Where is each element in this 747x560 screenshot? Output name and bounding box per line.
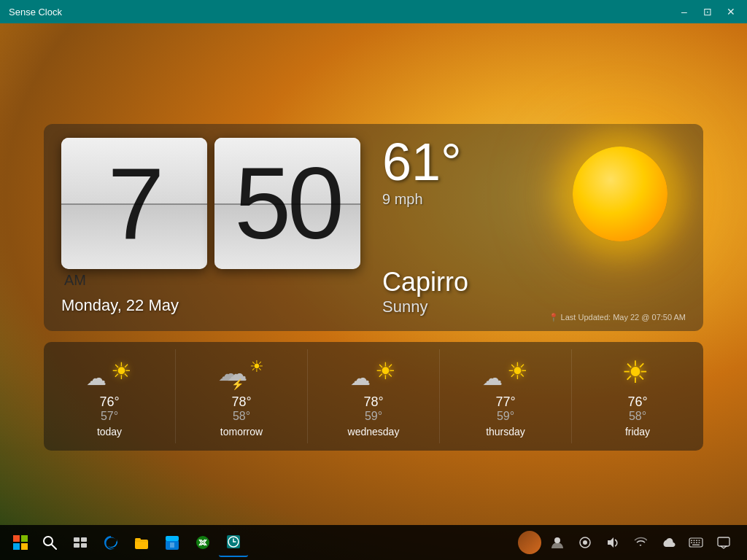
sun-graphic xyxy=(554,136,686,252)
taskbar xyxy=(0,525,747,560)
taskbar-cloud[interactable] xyxy=(657,531,680,554)
svg-rect-27 xyxy=(696,542,697,544)
titlebar: Sense Clock – ⊡ ✕ xyxy=(0,0,747,23)
taskbar-keyboard[interactable] xyxy=(684,531,708,554)
svg-rect-9 xyxy=(166,536,179,541)
start-square-1 xyxy=(13,535,20,542)
weather-section: 61° 9 mph Capirro Sunny 📍 Last Updated: … xyxy=(360,136,686,316)
forecast-low-thursday: 59° xyxy=(495,410,515,423)
svg-rect-21 xyxy=(691,540,692,542)
svg-point-18 xyxy=(583,540,587,545)
forecast-temps-tomorrow: 78° 58° xyxy=(231,394,251,423)
minute-card-top: 50 xyxy=(214,138,360,203)
taskbar-edge[interactable] xyxy=(96,528,125,557)
user-avatar xyxy=(518,531,541,554)
svg-rect-3 xyxy=(81,537,87,542)
svg-rect-30 xyxy=(718,537,729,546)
forecast-low-tomorrow: 58° xyxy=(231,410,251,423)
start-square-2 xyxy=(21,535,28,542)
forecast-icon-tomorrow: ☀ ☁ ☁ ⚡ xyxy=(216,355,267,392)
forecast-low-wednesday: 59° xyxy=(363,410,383,423)
city-name: Capirro xyxy=(382,267,686,298)
taskbar-avatar[interactable] xyxy=(518,531,541,554)
taskbar-xbox[interactable] xyxy=(188,528,217,557)
flip-clock: 7 7 50 50 xyxy=(61,138,360,269)
forecast-bar: ☀ ☁ 76° 57° today ☀ ☁ ☁ ⚡ 78° 58° tomorr… xyxy=(44,342,703,451)
maximize-button[interactable]: ⊡ xyxy=(700,4,715,19)
minute-bottom-number: 50 xyxy=(234,203,341,254)
svg-point-0 xyxy=(44,537,53,545)
taskbar-explorer[interactable] xyxy=(127,528,156,557)
forecast-icon-wednesday: ☀ ☁ xyxy=(348,355,399,392)
taskbar-network[interactable] xyxy=(629,531,652,554)
am-pm-label: AM xyxy=(64,272,86,289)
forecast-temps-today: 76° 57° xyxy=(99,394,119,423)
close-button[interactable]: ✕ xyxy=(724,4,738,19)
forecast-wednesday: ☀ ☁ 78° 59° wednesday xyxy=(308,349,440,443)
forecast-high-wednesday: 78° xyxy=(363,394,383,410)
minute-card: 50 50 xyxy=(214,138,360,269)
forecast-high-thursday: 77° xyxy=(495,394,515,410)
start-square-4 xyxy=(21,543,28,550)
taskbar-sense-clock[interactable] xyxy=(219,528,248,557)
taskbar-notifications[interactable] xyxy=(712,531,735,554)
forecast-low-friday: 58° xyxy=(627,410,647,423)
taskbar-record[interactable] xyxy=(573,531,597,554)
svg-rect-28 xyxy=(699,542,700,544)
taskbar-task-view[interactable] xyxy=(66,528,95,557)
weather-top: 61° 9 mph xyxy=(382,136,686,252)
forecast-label-thursday: thursday xyxy=(486,426,525,438)
forecast-icon-today: ☀ ☁ xyxy=(84,355,135,392)
date-label: Monday, 22 May xyxy=(61,296,179,315)
weather-info: 61° 9 mph xyxy=(382,136,554,208)
forecast-today: ☀ ☁ 76° 57° today xyxy=(44,349,176,443)
forecast-thursday: ☀ ☁ 77° 59° thursday xyxy=(440,349,572,443)
forecast-label-today: today xyxy=(97,426,122,438)
wind-display: 9 mph xyxy=(382,191,554,208)
svg-rect-29 xyxy=(692,545,700,546)
svg-rect-24 xyxy=(699,540,700,542)
hour-card-bottom: 7 xyxy=(61,203,207,269)
hour-top-number: 7 xyxy=(108,152,161,203)
svg-rect-26 xyxy=(694,542,695,544)
hour-bottom-number: 7 xyxy=(108,203,161,254)
forecast-friday: ☀ 76° 58° friday xyxy=(572,349,703,443)
minimize-button[interactable]: – xyxy=(677,4,692,19)
forecast-label-tomorrow: tomorrow xyxy=(220,426,263,438)
taskbar-people[interactable] xyxy=(546,531,569,554)
svg-rect-22 xyxy=(694,540,695,542)
taskbar-volume[interactable] xyxy=(601,531,624,554)
start-icon xyxy=(13,535,28,550)
hour-card-top: 7 xyxy=(61,138,207,203)
taskbar-tray xyxy=(518,531,741,554)
forecast-temps-thursday: 77° 59° xyxy=(495,394,515,423)
start-button[interactable] xyxy=(6,528,35,557)
sun-circle xyxy=(573,147,667,241)
svg-point-16 xyxy=(554,537,560,543)
forecast-label-friday: friday xyxy=(625,426,650,438)
forecast-high-tomorrow: 78° xyxy=(231,394,251,410)
svg-rect-23 xyxy=(696,540,697,542)
svg-line-1 xyxy=(52,545,56,549)
main-panel: 7 7 50 50 AM Monday, 22 May 61° xyxy=(44,124,703,331)
window-controls: – ⊡ ✕ xyxy=(677,4,738,19)
temperature-display: 61° xyxy=(382,136,554,188)
forecast-low-today: 57° xyxy=(99,410,119,423)
minute-card-bottom: 50 xyxy=(214,203,360,269)
svg-rect-7 xyxy=(135,538,141,540)
forecast-high-today: 76° xyxy=(99,394,119,410)
minute-top-number: 50 xyxy=(234,152,341,203)
svg-marker-19 xyxy=(608,537,614,548)
app-title: Sense Clock xyxy=(9,7,62,18)
last-updated: 📍 Last Updated: May 22 @ 07:50 AM xyxy=(549,313,686,322)
svg-rect-2 xyxy=(74,537,80,542)
forecast-icon-friday: ☀ xyxy=(612,355,663,392)
hour-card: 7 7 xyxy=(61,138,207,269)
start-square-3 xyxy=(13,543,20,550)
taskbar-search[interactable] xyxy=(35,528,64,557)
svg-rect-5 xyxy=(81,543,87,548)
forecast-high-friday: 76° xyxy=(627,394,647,410)
forecast-temps-friday: 76° 58° xyxy=(627,394,647,423)
taskbar-store[interactable] xyxy=(158,528,187,557)
svg-rect-25 xyxy=(691,542,692,544)
